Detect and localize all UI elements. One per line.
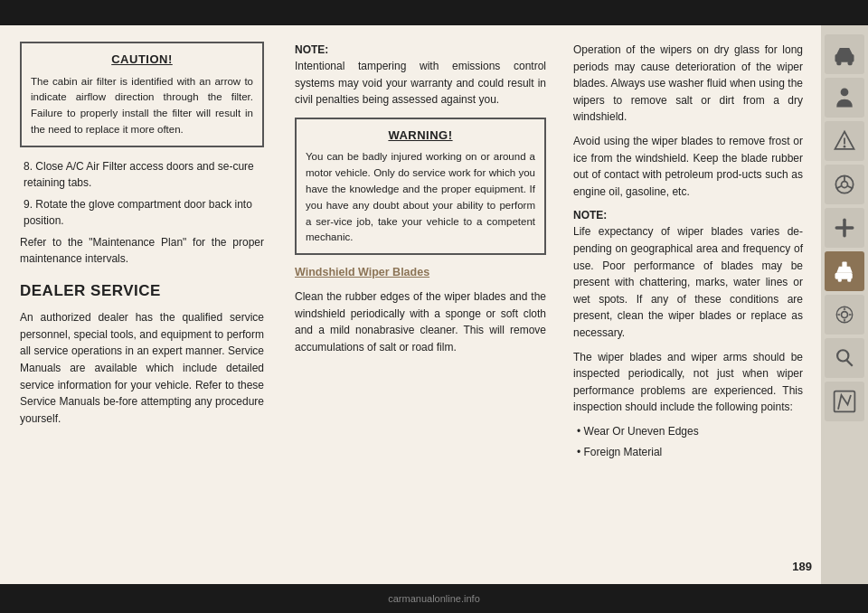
wiper-body-text: Clean the rubber edges of the wiper blad… xyxy=(295,288,546,355)
svg-point-14 xyxy=(838,278,842,281)
svg-rect-21 xyxy=(835,391,855,412)
svg-line-9 xyxy=(836,186,841,189)
car-service-icon[interactable] xyxy=(825,251,864,291)
svg-point-15 xyxy=(847,278,851,281)
svg-point-19 xyxy=(837,350,848,361)
svg-point-3 xyxy=(841,89,849,97)
person-icon[interactable] xyxy=(825,78,864,118)
car-hood-icon[interactable] xyxy=(825,34,864,74)
svg-line-20 xyxy=(847,361,853,366)
bullet-2: • Foreign Material xyxy=(573,444,803,460)
svg-rect-12 xyxy=(835,226,854,230)
warning-title: WARNING! xyxy=(306,127,535,145)
svg-rect-4 xyxy=(844,138,845,145)
right-panel: Operation of the wipers on dry glass for… xyxy=(561,25,868,584)
svg-point-2 xyxy=(848,61,853,65)
dealer-service-body: An authorized dealer has the qualified s… xyxy=(20,309,264,427)
caution-title: CAUTION! xyxy=(31,51,253,69)
svg-point-7 xyxy=(842,182,848,188)
bottom-bar: carmanualonline.info xyxy=(0,584,868,613)
note-text-2: Life expectancy of wiper blades varies d… xyxy=(573,223,803,341)
note-text-1: Intentional tampering with emissions con… xyxy=(295,58,546,108)
right-paragraph-3: The wiper blades and wiper arms should b… xyxy=(573,349,803,416)
svg-point-17 xyxy=(842,312,848,318)
note-label-2: NOTE: xyxy=(573,209,607,222)
page-number: 189 xyxy=(792,558,812,576)
icon-sidebar xyxy=(821,25,868,584)
svg-line-10 xyxy=(848,186,853,189)
caution-box: CAUTION! The cabin air filter is identif… xyxy=(20,42,264,147)
svg-point-1 xyxy=(836,61,841,65)
list-item-9: 9. Rotate the glove compartment door bac… xyxy=(20,196,264,229)
tools-icon[interactable] xyxy=(825,208,864,248)
bottom-bar-text: carmanualonline.info xyxy=(388,593,480,604)
refer-text: Refer to the "Maintenance Plan" for the … xyxy=(20,234,264,267)
middle-panel: NOTE: Intentional tampering with emissio… xyxy=(280,25,561,584)
top-bar xyxy=(0,0,868,25)
search-icon[interactable] xyxy=(825,338,864,378)
settings-icon[interactable] xyxy=(825,295,864,335)
steering-wheel-icon[interactable] xyxy=(825,165,864,204)
right-paragraph-1: Operation of the wipers on dry glass for… xyxy=(573,42,803,126)
warning-triangle-icon[interactable] xyxy=(825,121,864,161)
dealer-service-heading: DEALER SERVICE xyxy=(20,279,264,303)
left-panel: CAUTION! The cabin air filter is identif… xyxy=(0,25,280,584)
map-road-icon[interactable] xyxy=(825,382,864,421)
note-label-1: NOTE: xyxy=(295,43,328,56)
list-item-8: 8. Close A/C Air Filter access doors and… xyxy=(20,158,264,191)
svg-rect-16 xyxy=(842,262,846,268)
bullet-1: • Wear Or Uneven Edges xyxy=(573,423,803,439)
warning-text: You can be badly injured working on or a… xyxy=(306,149,535,246)
windshield-wiper-heading: Windshield Wiper Blades xyxy=(295,264,546,281)
warning-box: WARNING! You can be badly injured workin… xyxy=(295,118,546,255)
svg-point-5 xyxy=(844,146,846,148)
caution-text: The cabin air filter is identified with … xyxy=(31,74,253,138)
right-paragraph-2: Avoid using the wiper blades to remove f… xyxy=(573,133,803,200)
